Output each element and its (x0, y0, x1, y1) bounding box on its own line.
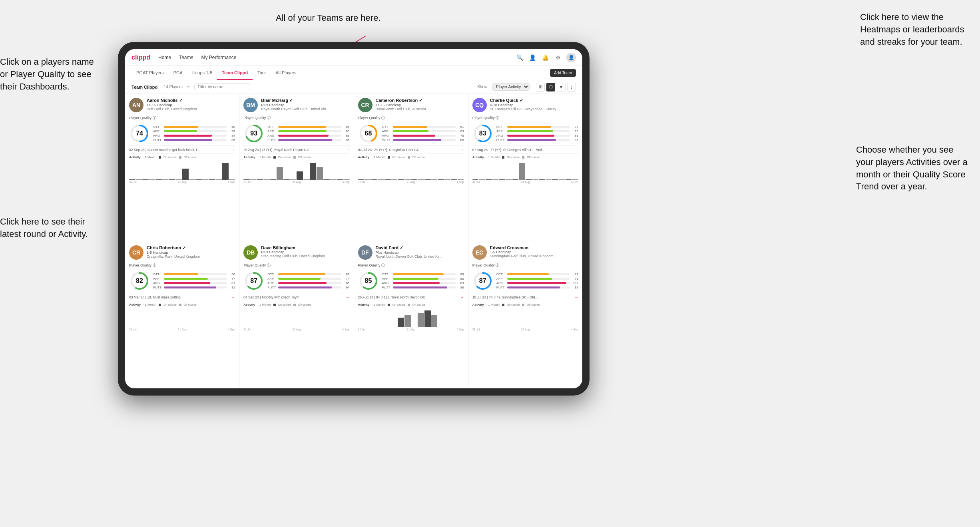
stat-label: APP (153, 129, 163, 133)
stat-fill (507, 282, 566, 284)
quality-circle[interactable]: 87 (243, 270, 264, 291)
tab-team-clippd[interactable]: Team Clippd (217, 66, 253, 80)
stat-label: APP (496, 129, 506, 133)
player-name[interactable]: Aaron Nicholls ✓ (147, 98, 235, 103)
tab-tour[interactable]: Tour (253, 66, 271, 80)
latest-round[interactable]: 02 Jul 23 | 59 (+17), Craigmillar Park G… (358, 145, 464, 152)
player-club: Stag Maging Golf Club, United Kingdom (261, 254, 349, 258)
player-card[interactable]: DB Dave Billingham Plus Handicap Stag Ma… (239, 241, 353, 388)
stat-row: ARG 84 (153, 134, 235, 137)
activity-period: · 1 Month (143, 303, 156, 306)
quality-circle[interactable]: 85 (358, 270, 379, 291)
latest-round[interactable]: 04 Sep 23 | Mobility with coach, Gym → (243, 293, 349, 299)
on-course-legend-dot (159, 304, 161, 306)
stat-row: ARG 81 (153, 281, 235, 285)
chart-area (358, 307, 464, 327)
player-card[interactable]: CQ Charlie Quick ✓ 6-10 Handicap St. Geo… (468, 94, 582, 241)
on-course-legend-dot (273, 304, 276, 306)
stat-label: ARG (496, 281, 506, 285)
latest-round-text: 26 Aug 23 | 73 (+1), Royal North Devon G… (243, 148, 345, 152)
player-card[interactable]: EC Edward Crossman 1-5 Handicap Sunningd… (468, 241, 582, 388)
latest-round[interactable]: 03 Mar 23 | 19, Must make putting → (129, 293, 235, 299)
chart-labels: 31 Jul 21 Aug 4 Sep (472, 328, 578, 331)
nav-home[interactable]: Home (158, 55, 171, 60)
quality-number: 74 (136, 130, 143, 137)
player-name[interactable]: Chris Robertson ✓ (147, 245, 235, 251)
player-card[interactable]: AN Aaron Nicholls ✓ 11-15 Handicap Drift… (125, 94, 239, 241)
player-header: DB Dave Billingham Plus Handicap Stag Ma… (243, 245, 349, 260)
stat-fill (278, 286, 332, 288)
filter-icon[interactable]: ▼ (557, 83, 566, 91)
stat-track (278, 286, 341, 288)
stat-row: ARG 103 (496, 281, 578, 285)
tab-pgat-players[interactable]: PGAT Players (131, 66, 169, 80)
stat-label: APP (153, 277, 163, 280)
bell-icon[interactable]: 🔔 (541, 53, 550, 62)
quality-circle[interactable]: 93 (243, 123, 264, 144)
latest-round[interactable]: 26 Aug 23 | 84 (+12), Royal North Devon … (358, 293, 464, 299)
activity-period: · 1 Month (486, 303, 500, 306)
stat-fill (507, 273, 549, 275)
player-card[interactable]: CR Chris Robertson ✓ 1-5 Handicap Craigm… (125, 241, 239, 388)
search-icon[interactable]: 🔍 (515, 53, 524, 62)
player-card[interactable]: CR Cameron Robertson ✓ 11-15 Handicap Ro… (354, 94, 468, 241)
sort-icon[interactable]: ↕ (567, 83, 576, 91)
quality-circle[interactable]: 68 (358, 123, 379, 144)
card-view-icon[interactable]: ⊟ (546, 83, 555, 91)
latest-round[interactable]: 02 Sep 23 | Sunset round to get back int… (129, 145, 235, 152)
avatar-icon[interactable]: 👤 (566, 53, 576, 62)
quality-circle[interactable]: 82 (129, 270, 150, 291)
activity-period: · 1 Month (372, 303, 385, 306)
on-course-legend-dot (159, 156, 161, 159)
player-name[interactable]: Cameron Robertson ✓ (376, 98, 464, 103)
activity-legend: On course Off course (388, 156, 425, 159)
latest-round-text: 18 Jul 23 | 74 (+4), Sunningdale GC - Ol… (472, 295, 574, 299)
quality-circle[interactable]: 74 (129, 123, 150, 144)
tab-hcaps[interactable]: Hcaps 1-5 (187, 66, 217, 80)
player-name[interactable]: David Ford ✓ (376, 245, 464, 251)
latest-round[interactable]: 18 Jul 23 | 74 (+4), Sunningdale GC - Ol… (472, 293, 578, 299)
stat-fill (164, 135, 212, 137)
off-course-legend-label: Off course (412, 303, 425, 306)
profile-icon[interactable]: 👤 (528, 53, 537, 62)
settings-icon[interactable]: ⚙ (554, 53, 562, 62)
off-course-legend-dot (293, 304, 296, 306)
add-team-button[interactable]: Add Team (550, 69, 576, 77)
stat-label: OTT (153, 272, 163, 276)
player-info: Dave Billingham Plus Handicap Stag Magin… (261, 245, 349, 258)
stat-fill (164, 126, 198, 128)
filter-input[interactable] (194, 84, 250, 90)
grid-view-icon[interactable]: ⊞ (536, 83, 545, 91)
quality-label: Player Quality ⓘ (472, 263, 578, 268)
stat-track (393, 130, 456, 132)
player-name[interactable]: Blair McHarg ✓ (261, 98, 349, 103)
stat-track (507, 130, 570, 132)
show-select[interactable]: Player Activity (492, 83, 530, 91)
stat-value: 77 (571, 125, 578, 129)
stat-value: 92 (571, 286, 578, 289)
quality-circle[interactable]: 83 (472, 123, 493, 144)
stat-value: 60 (228, 272, 235, 276)
activity-section: Activity · 1 Month On course Off course … (472, 301, 578, 331)
player-card[interactable]: DF David Ford ✓ Plus Handicap Royal Nort… (354, 241, 468, 388)
activity-legend: On course Off course (159, 156, 196, 159)
player-name[interactable]: Dave Billingham (261, 245, 349, 250)
stat-label: ARG (267, 281, 277, 285)
activity-period: · 1 Month (257, 155, 271, 159)
nav-my-performance[interactable]: My Performance (201, 55, 236, 60)
player-card[interactable]: BM Blair McHarg ✓ Plus Handicap Royal No… (239, 94, 353, 241)
player-name[interactable]: Edward Crossman (490, 245, 578, 250)
nav-teams[interactable]: Teams (179, 55, 193, 60)
latest-round[interactable]: 07 Aug 23 | 77 (+7), St George's Hill GC… (472, 145, 578, 152)
tab-pga[interactable]: PGA (169, 66, 187, 80)
edit-icon[interactable]: ✏ (187, 84, 190, 89)
tab-all-players[interactable]: All Players (271, 66, 301, 80)
player-name[interactable]: Charlie Quick ✓ (490, 98, 578, 103)
stat-track (164, 139, 227, 141)
quality-circle[interactable]: 87 (472, 270, 493, 291)
latest-round[interactable]: 26 Aug 23 | 73 (+1), Royal North Devon G… (243, 145, 349, 152)
annotation-bottom-left: Click here to see their latest round or … (0, 216, 104, 241)
ipad-frame: clippd Home Teams My Performance 🔍 👤 🔔 ⚙… (118, 42, 590, 396)
off-course-legend-label: Off course (527, 303, 540, 306)
nav-logo[interactable]: clippd (131, 54, 150, 61)
